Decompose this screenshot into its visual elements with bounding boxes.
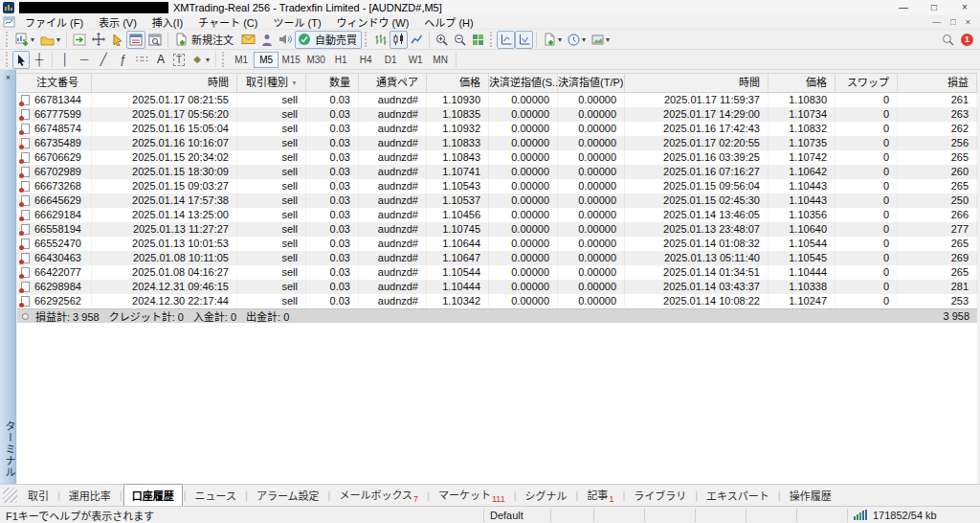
tile-windows-button[interactable] (469, 31, 487, 49)
tab-articles[interactable]: 記事1 (579, 484, 621, 507)
timeframe-h1-button[interactable]: H1 (328, 52, 353, 68)
timeframe-mn-button[interactable]: MN (428, 52, 453, 68)
column-header[interactable]: 価格 (768, 74, 835, 92)
minimize-button[interactable]: — (888, 0, 919, 15)
timeframe-m15-button[interactable]: M15 (278, 52, 303, 68)
column-header[interactable]: 通貨ペア (359, 74, 427, 92)
cursor-button[interactable] (12, 51, 30, 69)
timeframe-m5-button[interactable]: M5 (254, 52, 278, 68)
periods-button[interactable]: ▾ (565, 31, 589, 49)
toolbar-grip[interactable] (222, 52, 226, 67)
tab-account-history[interactable]: 口座履歴 (123, 484, 183, 507)
table-row[interactable]: 667775992025.01.17 05:56:20sell0.03audnz… (17, 107, 977, 122)
tab-signals[interactable]: シグナル (518, 485, 575, 506)
status-connection[interactable]: 171852/54 kb (847, 509, 980, 522)
table-row[interactable]: 667485742025.01.16 15:05:04sell0.03audnz… (17, 122, 977, 136)
cursor-tool-button[interactable] (108, 31, 126, 49)
table-row[interactable]: 666456292025.01.14 17:57:38sell0.03audnz… (17, 193, 977, 208)
column-header[interactable]: 決済逆指値(S... (489, 74, 558, 92)
column-header[interactable]: 価格 (427, 74, 489, 92)
column-header[interactable]: 時間 (92, 74, 237, 92)
table-row[interactable]: 667813442025.01.17 08:21:55sell0.03audnz… (17, 93, 977, 107)
dock-chart-button[interactable] (515, 31, 533, 49)
menu-help[interactable]: ヘルプ (H) (416, 14, 480, 30)
line-chart-button[interactable] (408, 31, 426, 49)
toolbar-grip[interactable] (6, 32, 10, 47)
child-minimize-button[interactable]: — (932, 15, 941, 29)
terminal-close-button[interactable]: × (3, 73, 13, 83)
market-watch-button[interactable] (126, 31, 145, 49)
restore-button[interactable]: □ (919, 0, 949, 15)
column-header[interactable]: 注文番号 (17, 74, 92, 92)
table-row[interactable]: 666732682025.01.15 09:03:27sell0.03audnz… (17, 179, 977, 193)
timeframe-d1-button[interactable]: D1 (378, 52, 403, 68)
text-label-button[interactable]: T (170, 51, 188, 69)
community-button[interactable] (258, 31, 276, 49)
tab-journal[interactable]: 操作履歴 (782, 485, 839, 506)
vertical-line-button[interactable]: │ (56, 51, 75, 69)
zoom-out-button[interactable] (451, 31, 469, 49)
table-row[interactable]: 667066292025.01.15 20:34:02sell0.03audnz… (17, 150, 977, 165)
panel-grip[interactable] (3, 488, 17, 503)
horizontal-line-button[interactable]: ─ (75, 51, 94, 69)
table-row[interactable]: 667029892025.01.15 18:30:09sell0.03audnz… (17, 165, 977, 179)
trendline-button[interactable]: ╱ (94, 51, 113, 69)
mail-button[interactable] (238, 31, 258, 49)
data-window-button[interactable] (145, 31, 165, 49)
timeframe-w1-button[interactable]: W1 (403, 52, 428, 68)
table-row[interactable]: 666291842025.01.14 13:25:00sell0.03audnz… (17, 208, 977, 222)
crosshair-nav-button[interactable] (89, 31, 108, 49)
fibonacci-button[interactable]: ƒ (113, 51, 132, 69)
timeframe-h4-button[interactable]: H4 (353, 52, 378, 68)
new-order-button[interactable]: 新規注文 (171, 31, 238, 49)
column-header[interactable]: 損益 (898, 74, 977, 92)
column-header[interactable]: 時間 (625, 74, 768, 92)
zoom-in-button[interactable] (433, 31, 451, 49)
status-profile[interactable]: Default (483, 509, 550, 522)
toolbar-grip[interactable] (490, 32, 494, 47)
column-header[interactable]: 決済指値(T/P) (558, 74, 625, 92)
column-header[interactable]: 取引種別▼ (237, 74, 306, 92)
indicators-button[interactable]: ▾ (540, 31, 565, 49)
chart-shift-button[interactable] (70, 31, 89, 49)
menu-tools[interactable]: ツール (T) (265, 14, 328, 30)
text-button[interactable]: A (151, 51, 170, 69)
new-chart-button[interactable]: ▾ (12, 31, 37, 49)
child-close-button[interactable]: × (966, 15, 970, 29)
tab-mailbox[interactable]: メールボックス7 (331, 484, 426, 507)
autotrading-button[interactable]: 自動売買 (295, 31, 362, 49)
arrows-button[interactable]: ◆▾ (188, 51, 212, 69)
candlestick-button[interactable] (390, 31, 408, 49)
auto-arrange-button[interactable] (497, 31, 515, 49)
table-row[interactable]: 664220772025.01.08 04:16:27sell0.03audnz… (17, 265, 977, 280)
menu-view[interactable]: 表示 (V) (91, 14, 145, 30)
tab-library[interactable]: ライブラリ (626, 485, 694, 506)
tab-experts[interactable]: エキスパート (699, 485, 777, 506)
toolbar-grip[interactable] (365, 32, 368, 47)
table-row[interactable]: 665524702025.01.13 10:01:53sell0.03audnz… (17, 237, 977, 251)
column-header[interactable]: スワップ (835, 74, 898, 92)
templates-button[interactable]: ▾ (589, 31, 612, 49)
timeframe-m1-button[interactable]: M1 (229, 52, 254, 68)
tab-trade[interactable]: 取引 (20, 485, 56, 506)
crosshair-button[interactable]: ┼ (30, 51, 49, 69)
notification-badge[interactable]: 1 (961, 34, 973, 46)
table-row[interactable]: 667354892025.01.16 10:16:07sell0.03audnz… (17, 136, 977, 150)
tab-exposure[interactable]: 運用比率 (61, 485, 119, 506)
menu-insert[interactable]: 挿入(I) (145, 14, 190, 30)
channel-button[interactable]: ∷∷ (132, 51, 151, 69)
bar-chart-button[interactable] (371, 31, 390, 49)
menu-charts[interactable]: チャート (C) (190, 14, 265, 30)
close-button[interactable]: × (949, 0, 980, 15)
child-restore-button[interactable]: □ (950, 15, 955, 29)
table-row[interactable]: 662925622024.12.30 22:17:44sell0.03audnz… (17, 294, 977, 308)
tab-news[interactable]: ニュース (188, 485, 244, 506)
column-header[interactable]: 数量 (306, 74, 359, 92)
tab-alerts[interactable]: アラーム設定 (249, 485, 327, 506)
table-row[interactable]: 664304632025.01.08 10:11:05sell0.03audnz… (17, 251, 977, 265)
toolbar-grip[interactable] (6, 52, 10, 67)
menu-file[interactable]: ファイル (F) (17, 14, 91, 30)
table-row[interactable]: 662989842024.12.31 09:46:15sell0.03audnz… (17, 280, 977, 294)
tab-market[interactable]: マーケット111 (431, 484, 513, 507)
search-button[interactable] (939, 31, 957, 49)
